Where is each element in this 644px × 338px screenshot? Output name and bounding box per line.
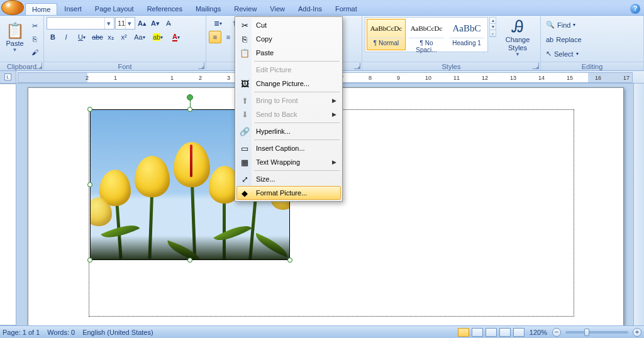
- cut-icon[interactable]: ✂: [28, 19, 41, 32]
- context-bring-to-front: ⬆Bring to Front▶: [236, 94, 341, 107]
- resize-handle[interactable]: [87, 107, 92, 112]
- page-status[interactable]: Page: 1 of 1: [3, 329, 40, 336]
- outline-view[interactable]: [499, 328, 511, 337]
- resize-handle[interactable]: [287, 258, 292, 263]
- font-name-combo[interactable]: ▾: [47, 17, 114, 30]
- strike-button[interactable]: abc: [91, 31, 104, 43]
- context-menu: ✂Cut⎘Copy📋PasteEdit Picture🖼Change Pictu…: [235, 16, 343, 202]
- context-edit-picture: Edit Picture: [236, 63, 341, 77]
- change-case-button[interactable]: Aa▾: [131, 31, 148, 43]
- full-screen-view[interactable]: [472, 328, 483, 337]
- clipboard-icon: 📋: [6, 23, 25, 38]
- print-layout-view[interactable]: [458, 328, 469, 337]
- select-button[interactable]: ↖Select▾: [543, 47, 584, 60]
- resize-handle[interactable]: [187, 258, 192, 263]
- gallery-scroll[interactable]: ▴▾⌄: [489, 17, 496, 37]
- tab-format[interactable]: Format: [329, 3, 364, 15]
- superscript-button[interactable]: x²: [118, 31, 130, 43]
- styles-launcher[interactable]: [533, 63, 539, 69]
- editing-group-label: Editing: [582, 63, 603, 70]
- web-layout-view[interactable]: [486, 328, 497, 337]
- style-item[interactable]: AaBbCcDc¶ No Spaci...: [407, 19, 446, 50]
- context-size[interactable]: ⤢Size...: [236, 172, 341, 186]
- tab-page-layout[interactable]: Page Layout: [89, 3, 140, 15]
- resize-handle[interactable]: [87, 182, 92, 187]
- paste-button[interactable]: 📋 Paste ▼: [3, 17, 27, 58]
- context-format-picture[interactable]: ◆Format Picture...: [236, 186, 341, 200]
- status-bar: Page: 1 of 1 Words: 0 English (United St…: [0, 325, 644, 338]
- select-icon: ↖: [546, 50, 552, 58]
- vertical-ruler[interactable]: [0, 84, 16, 325]
- office-button[interactable]: [1, 0, 24, 15]
- style-item[interactable]: AaBbCHeading 1: [447, 19, 486, 50]
- subscript-button[interactable]: x₂: [104, 31, 117, 43]
- resize-handle[interactable]: [187, 107, 192, 112]
- clipboard-launcher[interactable]: [36, 63, 42, 69]
- resize-handle[interactable]: [87, 258, 92, 263]
- ruler-toggle[interactable]: L: [0, 71, 16, 83]
- context-hyperlink[interactable]: 🔗Hyperlink...: [236, 124, 341, 138]
- rotate-handle[interactable]: [187, 94, 193, 101]
- tab-references[interactable]: References: [141, 3, 189, 15]
- style-item[interactable]: AaBbCcDc¶ Normal: [367, 19, 406, 50]
- draft-view[interactable]: [513, 328, 525, 337]
- copy-icon[interactable]: ⎘: [28, 33, 41, 45]
- context-insert-caption[interactable]: ▭Insert Caption...: [236, 141, 341, 155]
- align-left-button[interactable]: ≡: [209, 31, 221, 43]
- context-change-picture[interactable]: 🖼Change Picture...: [236, 77, 341, 90]
- paragraph-launcher[interactable]: [354, 63, 360, 69]
- vertical-scrollbar[interactable]: [633, 84, 644, 325]
- replace-icon: ab: [546, 36, 553, 43]
- highlight-button[interactable]: ab▾: [149, 31, 167, 43]
- language-status[interactable]: English (United States): [82, 329, 153, 336]
- zoom-in-button[interactable]: +: [633, 328, 641, 337]
- word-count[interactable]: Words: 0: [47, 329, 75, 336]
- context-cut[interactable]: ✂Cut: [236, 18, 341, 32]
- tab-add-ins[interactable]: Add-Ins: [292, 3, 328, 15]
- font-group-label: Font: [118, 63, 131, 70]
- tab-view[interactable]: View: [264, 3, 291, 15]
- underline-button[interactable]: U ▾: [73, 31, 91, 43]
- zoom-level[interactable]: 120%: [530, 329, 547, 336]
- find-icon: 🔍: [546, 21, 555, 29]
- font-launcher[interactable]: [198, 63, 204, 69]
- clipboard-group-label: Clipboard: [7, 63, 36, 70]
- tab-mailings[interactable]: Mailings: [189, 3, 227, 15]
- shrink-font-icon[interactable]: A▾: [149, 17, 162, 30]
- context-send-to-back: ⬇Send to Back▶: [236, 107, 341, 121]
- clear-format-icon[interactable]: A̶: [162, 17, 175, 30]
- align-center-button[interactable]: ≡: [222, 31, 235, 43]
- font-color-button[interactable]: A▾: [167, 31, 185, 43]
- styles-group-label: Styles: [442, 63, 461, 70]
- paste-label: Paste: [6, 40, 23, 47]
- grow-font-icon[interactable]: A▴: [136, 17, 148, 30]
- tab-review[interactable]: Review: [228, 3, 263, 15]
- change-styles-button[interactable]: Ꭿ Change Styles ▼: [497, 17, 538, 58]
- zoom-slider[interactable]: [565, 331, 628, 334]
- italic-button[interactable]: I: [60, 31, 72, 43]
- tab-home[interactable]: Home: [25, 3, 57, 15]
- bullets-button[interactable]: ≣▾: [209, 17, 226, 30]
- change-styles-icon: Ꭿ: [512, 18, 524, 35]
- zoom-out-button[interactable]: −: [552, 328, 561, 337]
- styles-gallery[interactable]: AaBbCcDc¶ NormalAaBbCcDc¶ No Spaci...AaB…: [365, 17, 488, 52]
- ribbon-tabs: HomeInsertPage LayoutReferencesMailingsR…: [0, 2, 644, 16]
- context-paste[interactable]: 📋Paste: [236, 46, 341, 60]
- bold-button[interactable]: B: [47, 31, 59, 43]
- replace-button[interactable]: abReplace: [543, 33, 584, 46]
- find-button[interactable]: 🔍Find▾: [543, 18, 584, 31]
- context-copy[interactable]: ⎘Copy: [236, 32, 341, 46]
- context-text-wrapping[interactable]: ▦Text Wrapping▶: [236, 155, 341, 169]
- help-icon[interactable]: ?: [630, 4, 640, 14]
- font-size-combo[interactable]: 11▾: [115, 17, 135, 30]
- tab-insert[interactable]: Insert: [58, 3, 88, 15]
- format-painter-icon[interactable]: 🖌: [28, 46, 41, 58]
